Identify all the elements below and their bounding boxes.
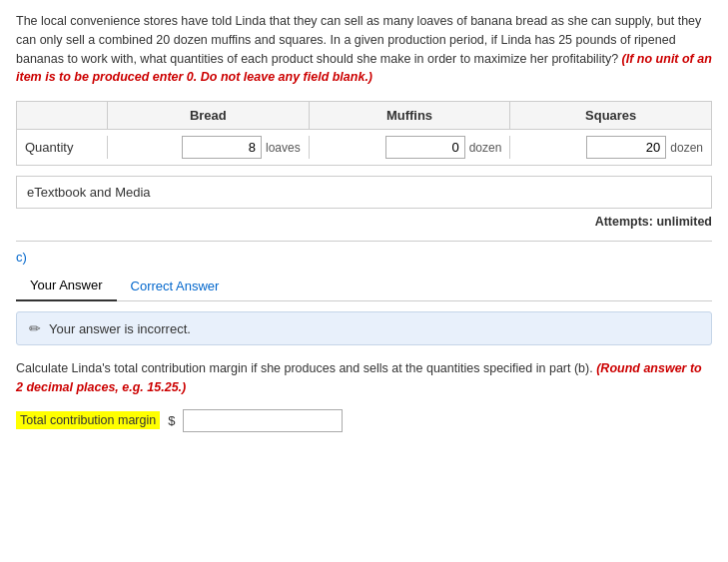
c-label: c) bbox=[16, 250, 712, 265]
tab-row: Your Answer Correct Answer bbox=[16, 271, 712, 301]
contribution-input[interactable] bbox=[183, 409, 343, 432]
dollar-sign: $ bbox=[168, 413, 175, 428]
feedback-text: Your answer is incorrect. bbox=[49, 321, 191, 336]
col-label-empty bbox=[17, 102, 107, 129]
calc-question-text: Calculate Linda's total contribution mar… bbox=[16, 359, 712, 397]
cell-bread: loaves bbox=[107, 136, 310, 159]
etextbook-bar[interactable]: eTextbook and Media bbox=[16, 176, 712, 209]
muffins-unit: dozen bbox=[469, 141, 502, 155]
divider-1 bbox=[16, 241, 712, 242]
cell-squares: dozen bbox=[510, 136, 711, 159]
muffins-input[interactable] bbox=[385, 136, 465, 159]
col-bread-header: Bread bbox=[107, 102, 310, 129]
bread-input[interactable] bbox=[182, 136, 262, 159]
col-muffins-header: Muffins bbox=[310, 102, 511, 129]
etextbook-label: eTextbook and Media bbox=[27, 185, 151, 200]
squares-unit: dozen bbox=[670, 141, 703, 155]
contribution-label: Total contribution margin bbox=[16, 411, 160, 429]
row-label-quantity: Quantity bbox=[17, 136, 107, 159]
squares-input[interactable] bbox=[586, 136, 666, 159]
question-text: The local convenience stores have told L… bbox=[16, 12, 712, 87]
quantity-row: Quantity loaves dozen dozen bbox=[17, 130, 711, 165]
attempts-label: Attempts: unlimited bbox=[595, 215, 712, 229]
col-squares-header: Squares bbox=[510, 102, 711, 129]
cell-muffins: dozen bbox=[310, 136, 511, 159]
contribution-row: Total contribution margin $ bbox=[16, 409, 712, 432]
bread-unit: loaves bbox=[266, 141, 301, 155]
tab-correct-answer[interactable]: Correct Answer bbox=[117, 271, 234, 300]
attempts-row: Attempts: unlimited bbox=[16, 211, 712, 233]
question-text-part1: The local convenience stores have told L… bbox=[16, 14, 701, 66]
quantity-table: Bread Muffins Squares Quantity loaves do… bbox=[16, 101, 712, 166]
table-header-row: Bread Muffins Squares bbox=[17, 102, 711, 130]
calc-text-part1: Calculate Linda's total contribution mar… bbox=[16, 361, 593, 375]
feedback-box: ✏ Your answer is incorrect. bbox=[16, 311, 712, 345]
pencil-icon: ✏ bbox=[29, 320, 41, 336]
tab-your-answer[interactable]: Your Answer bbox=[16, 271, 117, 301]
